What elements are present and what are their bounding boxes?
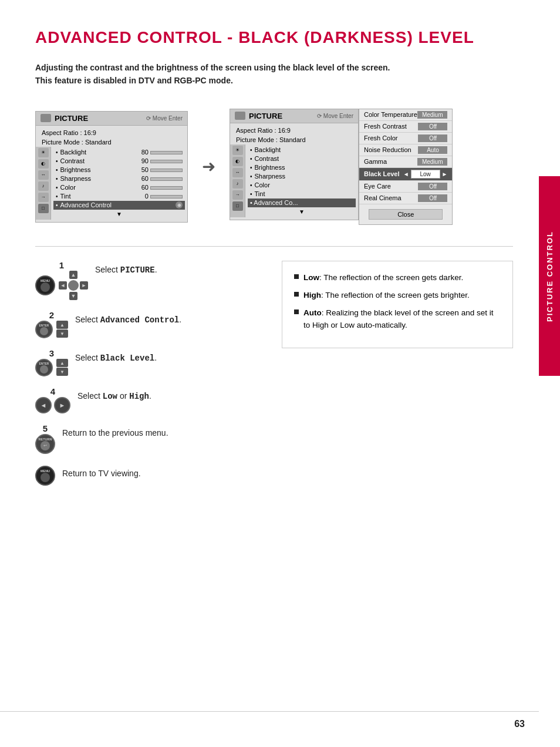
sub-gamma: Gamma Medium bbox=[359, 156, 452, 168]
bullet-square-3 bbox=[294, 309, 299, 314]
enter-button-3: ENTER bbox=[35, 359, 53, 376]
step-6-text: Return to TV viewing. bbox=[62, 465, 141, 480]
step-1-number: 1 bbox=[59, 261, 64, 270]
icon-audio: ♪ bbox=[38, 181, 49, 191]
tv-icon-picture-2 bbox=[235, 112, 245, 120]
step-1-icons: MENU ▲ ▼ ◄ ► bbox=[35, 271, 88, 300]
enter-button-2: ENTER bbox=[35, 321, 53, 338]
tv-menu-1-icons: ☀ ◐ ↔ ♪ → □ bbox=[36, 147, 51, 220]
menu-item-tint: Tint 0 bbox=[53, 192, 185, 201]
tv-menu-2-items: Backlight Contrast Brightness Sharpness … bbox=[245, 144, 358, 217]
bullet-square-1 bbox=[294, 274, 299, 279]
tv-icon-picture bbox=[41, 114, 51, 122]
icon-input: → bbox=[38, 193, 49, 202]
step-4-icons: ◄ ► bbox=[35, 397, 70, 413]
step-1-text: Select PICTURE. bbox=[95, 261, 157, 277]
screenshots-row: PICTURE ⟳ Move Enter Aspect Ratio : 16:9… bbox=[35, 109, 513, 225]
tv-menu-2-title: PICTURE bbox=[235, 112, 282, 120]
page-title: ADVANCED CONTROL - BLACK (DARKNESS) LEVE… bbox=[35, 28, 513, 47]
step-5-icon: RETURN ↩ bbox=[35, 434, 55, 454]
menu-item-backlight: Backlight 80 bbox=[53, 148, 185, 157]
m2-tint: Tint bbox=[248, 190, 356, 198]
menu-item-contrast: Contrast 90 bbox=[53, 157, 185, 166]
step-6-icon: MENU bbox=[35, 466, 55, 486]
menu-button-6: MENU bbox=[35, 466, 55, 486]
tv-menu-2-sidebar: ☀ ◐ ↔ ♪ → □ Backlight Contrast Brightnes… bbox=[230, 144, 358, 217]
step-3-text: Select Black Level. bbox=[75, 349, 157, 365]
arrow-up-btn-3: ▲ bbox=[56, 359, 68, 367]
description: Adjusting the contrast and the brightnes… bbox=[35, 61, 513, 88]
tv-menu-2-header: PICTURE ⟳ Move Enter bbox=[230, 109, 358, 123]
bullet-auto: Auto: Realizing the black level of the s… bbox=[294, 307, 501, 331]
tv-menu-1-mode: Picture Mode : Standard bbox=[36, 137, 187, 147]
menu-item-brightness: Brightness 50 bbox=[53, 166, 185, 174]
sub-noise-reduction: Noise Reduction Auto bbox=[359, 144, 452, 156]
menu-button-1: MENU bbox=[35, 275, 55, 295]
step-5: 5 RETURN ↩ Return to the previous menu. bbox=[35, 424, 258, 454]
step-5-text: Return to the previous menu. bbox=[62, 424, 168, 439]
step-1: 1 MENU ▲ ▼ ◄ ► bbox=[35, 261, 258, 300]
arrow-down-btn-2: ▼ bbox=[56, 329, 68, 338]
steps-list: 1 MENU ▲ ▼ ◄ ► bbox=[35, 261, 258, 496]
tv-menu-2-body: Aspect Ratio : 16:9 Picture Mode : Stand… bbox=[230, 123, 358, 220]
menu-item-color: Color 60 bbox=[53, 183, 185, 192]
page-container: PICTURE CONTROL ADVANCED CONTROL - BLACK… bbox=[0, 0, 560, 747]
menu-item-sharpness: Sharpness 60 bbox=[53, 174, 185, 183]
step-3-number-area: 3 ENTER ▲ ▼ bbox=[35, 349, 68, 376]
tv-menu-2-controls: ⟳ Move Enter bbox=[317, 113, 353, 119]
sub-color-temp: Color Temperature Medium bbox=[359, 109, 452, 121]
return-btn-inner: ↩ bbox=[41, 441, 50, 450]
nav-center-1 bbox=[68, 280, 79, 291]
step-1-number-area: 1 MENU ▲ ▼ ◄ ► bbox=[35, 261, 88, 300]
step-5-number-area: 5 RETURN ↩ bbox=[35, 424, 55, 454]
icon-color2: ◐ bbox=[232, 157, 243, 166]
icon-color1: ◐ bbox=[38, 159, 49, 169]
tv-menu-1: PICTURE ⟳ Move Enter Aspect Ratio : 16:9… bbox=[35, 111, 188, 223]
menu-scroll-down: ▼ bbox=[53, 210, 185, 218]
nav-right-1: ► bbox=[80, 281, 88, 290]
steps-row: 1 MENU ▲ ▼ ◄ ► bbox=[35, 261, 513, 496]
enter-circle-icon: ⊕ bbox=[176, 201, 183, 208]
content-divider bbox=[35, 246, 513, 247]
sub-fresh-color: Fresh Color Off bbox=[359, 133, 452, 144]
step-3-number: 3 bbox=[49, 349, 54, 358]
tv-menu-1-title: PICTURE bbox=[41, 114, 88, 123]
icon-brightness-2: ☀ bbox=[232, 146, 243, 155]
tv-menu-2-icons: ☀ ◐ ↔ ♪ → □ bbox=[230, 144, 245, 217]
m2-advanced: • Advanced Co... bbox=[248, 198, 356, 207]
sub-close-button[interactable]: Close bbox=[369, 209, 443, 220]
m2-scroll-down: ▼ bbox=[248, 207, 356, 216]
step-3: 3 ENTER ▲ ▼ Sel bbox=[35, 349, 258, 376]
bullets-panel: Low: The reflection of the screen gets d… bbox=[282, 261, 513, 348]
icon-input2: → bbox=[232, 190, 243, 200]
tv-menu-2-aspect: Aspect Ratio : 16:9 bbox=[230, 126, 358, 135]
m2-contrast: Contrast bbox=[248, 154, 356, 163]
tv-menu-1-controls: ⟳ Move Enter bbox=[146, 115, 183, 122]
enter-btn-inner-3 bbox=[40, 365, 48, 374]
nav-up-1: ▲ bbox=[69, 271, 77, 279]
tv-menu-2-container: PICTURE ⟳ Move Enter Aspect Ratio : 16:9… bbox=[230, 109, 453, 225]
step-2: 2 ENTER ▲ ▼ Sel bbox=[35, 311, 258, 338]
left-arrow-btn-4: ◄ bbox=[35, 397, 52, 413]
arrow-to-submenu: ➜ bbox=[202, 157, 215, 176]
menu-btn-inner-1 bbox=[41, 282, 50, 292]
tv-menu-1-header: PICTURE ⟳ Move Enter bbox=[36, 112, 187, 126]
menu-item-advanced: Advanced Control ⊕ bbox=[53, 201, 185, 210]
icon-arrows2: ↔ bbox=[232, 168, 243, 177]
tv-sub-panel: Color Temperature Medium Fresh Contrast … bbox=[359, 109, 453, 225]
arrow-updown-3: ▲ ▼ bbox=[56, 359, 68, 376]
sub-real-cinema: Real Cinema Off bbox=[359, 193, 452, 204]
step-6: MENU Return to TV viewing. bbox=[35, 465, 258, 486]
step-3-icons: ENTER ▲ ▼ bbox=[35, 359, 68, 376]
bullet-high: High: The reflection of the screen gets … bbox=[294, 290, 501, 301]
content-area: ADVANCED CONTROL - BLACK (DARKNESS) LEVE… bbox=[0, 0, 560, 520]
sub-fresh-contrast: Fresh Contrast Off bbox=[359, 121, 452, 133]
nav-cluster-1: ▲ ▼ ◄ ► bbox=[59, 271, 88, 300]
step-6-number-area: MENU bbox=[35, 465, 55, 486]
step-2-number-area: 2 ENTER ▲ ▼ bbox=[35, 311, 68, 338]
m2-brightness: Brightness bbox=[248, 163, 356, 172]
step-4-number: 4 bbox=[50, 387, 55, 396]
icon-brightness: ☀ bbox=[38, 148, 49, 157]
tv-menu-1-items: Backlight 80 Contrast 90 Brightness bbox=[51, 147, 187, 220]
icon-bottom2: □ bbox=[232, 201, 243, 211]
